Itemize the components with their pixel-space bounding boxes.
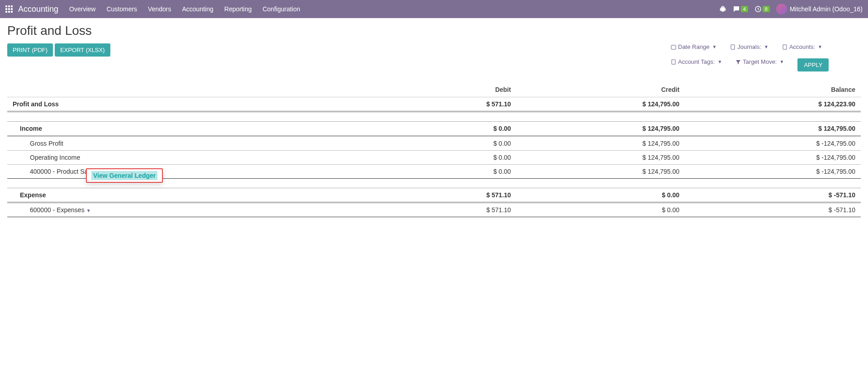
table-row: Gross Profit$ 0.00$ 124,795.00$ -124,795…	[7, 136, 861, 151]
table-row: Expense$ 571.10$ 0.00$ -571.10	[7, 188, 861, 203]
cell-credit: $ 124,795.00	[517, 165, 685, 179]
book-icon	[730, 44, 735, 50]
cell-balance: $ 124,795.00	[685, 122, 861, 136]
chevron-down-icon: ▼	[764, 44, 768, 49]
filter-date-range[interactable]: Date Range▼	[671, 43, 716, 50]
filter-target-move[interactable]: Target Move:▼	[735, 58, 784, 65]
nav-vendors[interactable]: Vendors	[148, 5, 171, 13]
row-name[interactable]: 400000 - Product Sales▼	[7, 165, 391, 179]
row-name: Operating Income	[7, 151, 391, 165]
apply-button[interactable]: APPLY	[797, 58, 829, 71]
cell-balance: $ -124,795.00	[685, 151, 861, 165]
cell-debit: $ 0.00	[391, 122, 516, 136]
col-balance: Balance	[685, 82, 861, 97]
svg-rect-7	[8, 11, 10, 13]
page-body: Profit and Loss PRINT (PDF) EXPORT (XLSX…	[0, 18, 868, 223]
svg-rect-2	[11, 5, 13, 7]
export-xlsx-button[interactable]: EXPORT (XLSX)	[55, 43, 110, 57]
row-name: Profit and Loss	[7, 97, 391, 112]
col-debit: Debit	[391, 82, 516, 97]
filter-journals[interactable]: Journals:▼	[730, 43, 768, 50]
user-name: Mitchell Admin (Odoo_16)	[790, 5, 863, 13]
table-header-row: Debit Credit Balance	[7, 82, 861, 97]
cell-credit: $ 124,795.00	[517, 151, 685, 165]
print-pdf-button[interactable]: PRINT (PDF)	[7, 43, 53, 57]
book-icon	[782, 44, 787, 50]
chevron-down-icon: ▼	[712, 44, 716, 49]
filters-panel: Date Range▼ Journals:▼ Accounts:▼ Accoun…	[671, 43, 861, 71]
col-name	[7, 82, 391, 97]
nav-configuration[interactable]: Configuration	[262, 5, 300, 13]
cell-debit: $ 0.00	[391, 151, 516, 165]
svg-point-9	[721, 7, 725, 12]
user-menu[interactable]: Mitchell Admin (Odoo_16)	[776, 4, 863, 14]
table-row: 600000 - Expenses▼$ 571.10$ 0.00$ -571.1…	[7, 203, 861, 217]
nav-customers[interactable]: Customers	[106, 5, 137, 13]
chevron-down-icon: ▼	[818, 44, 822, 49]
activities-icon[interactable]: 8	[754, 5, 770, 13]
svg-rect-8	[11, 11, 13, 13]
cell-debit: $ 0.00	[391, 136, 516, 151]
cell-balance: $ -571.10	[685, 188, 861, 203]
cell-debit: $ 571.10	[391, 188, 516, 203]
apps-icon[interactable]	[5, 5, 13, 13]
svg-rect-3	[5, 8, 7, 10]
svg-rect-6	[5, 11, 7, 13]
svg-rect-0	[5, 5, 7, 7]
avatar	[776, 4, 787, 14]
table-row: Profit and Loss$ 571.10$ 124,795.00$ 124…	[7, 97, 861, 112]
cell-credit: $ 0.00	[517, 203, 685, 217]
cell-balance: $ -571.10	[685, 203, 861, 217]
cell-credit: $ 124,795.00	[517, 136, 685, 151]
nav-overview[interactable]: Overview	[69, 5, 95, 13]
row-action-dropdown: View General Ledger	[86, 168, 163, 183]
messages-icon[interactable]: 4	[733, 5, 748, 13]
nav-menu: Overview Customers Vendors Accounting Re…	[69, 5, 719, 13]
col-credit: Credit	[517, 82, 685, 97]
filter-account-tags[interactable]: Account Tags:▼	[671, 58, 722, 65]
calendar-icon	[671, 44, 676, 50]
main-navbar: Accounting Overview Customers Vendors Ac…	[0, 0, 868, 18]
cell-balance: $ -124,795.00	[685, 136, 861, 151]
svg-rect-4	[8, 8, 10, 10]
row-name: Income	[7, 122, 391, 136]
cell-credit: $ 124,795.00	[517, 122, 685, 136]
page-title: Profit and Loss	[7, 24, 861, 38]
svg-rect-1	[8, 5, 10, 7]
cell-debit: $ 571.10	[391, 97, 516, 112]
nav-reporting[interactable]: Reporting	[224, 5, 252, 13]
filter-icon	[735, 59, 741, 65]
nav-accounting[interactable]: Accounting	[182, 5, 213, 13]
messages-badge: 4	[741, 6, 748, 12]
row-name: Expense	[7, 188, 391, 203]
book-icon	[671, 59, 676, 65]
table-row: Operating Income$ 0.00$ 124,795.00$ -124…	[7, 151, 861, 165]
filter-accounts[interactable]: Accounts:▼	[782, 43, 822, 50]
report-table: Debit Credit Balance Profit and Loss$ 57…	[7, 82, 861, 217]
chevron-down-icon: ▼	[717, 59, 722, 64]
toolbar: PRINT (PDF) EXPORT (XLSX) Date Range▼ Jo…	[7, 43, 861, 71]
view-general-ledger-link[interactable]: View General Ledger	[91, 171, 157, 180]
bug-icon[interactable]	[719, 5, 726, 13]
navbar-right: 4 8 Mitchell Admin (Odoo_16)	[719, 4, 863, 14]
chevron-down-icon: ▼	[779, 59, 784, 64]
cell-credit: $ 0.00	[517, 188, 685, 203]
toolbar-left: PRINT (PDF) EXPORT (XLSX)	[7, 43, 110, 57]
chevron-down-icon[interactable]: ▼	[86, 208, 91, 213]
activities-badge: 8	[763, 6, 770, 12]
app-brand[interactable]: Accounting	[18, 5, 58, 14]
cell-credit: $ 124,795.00	[517, 97, 685, 112]
svg-rect-5	[11, 8, 13, 10]
cell-debit: $ 0.00	[391, 165, 516, 179]
table-row: Income$ 0.00$ 124,795.00$ 124,795.00	[7, 122, 861, 136]
cell-balance: $ 124,223.90	[685, 97, 861, 112]
cell-balance: $ -124,795.00	[685, 165, 861, 179]
cell-debit: $ 571.10	[391, 203, 516, 217]
row-name[interactable]: 600000 - Expenses▼	[7, 203, 391, 217]
svg-rect-11	[671, 45, 676, 49]
row-name: Gross Profit	[7, 136, 391, 151]
